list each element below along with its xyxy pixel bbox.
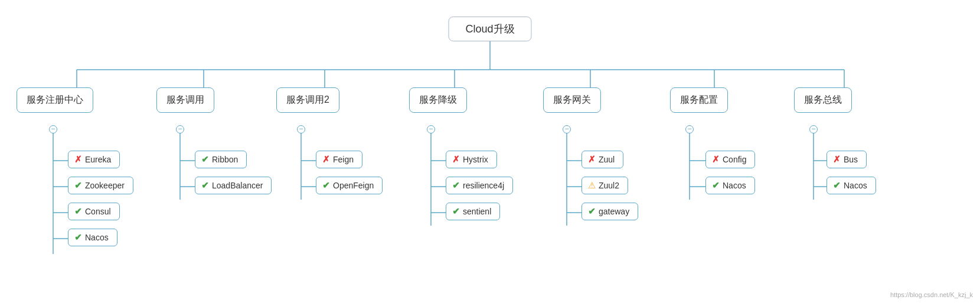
- leaf-loadbalancer: ✔ LoadBalancer: [195, 177, 272, 194]
- x-icon: ✗: [74, 154, 82, 165]
- check-icon: ✔: [452, 206, 460, 217]
- category-node-5: 服务网关: [543, 87, 601, 113]
- category-node-2: 服务调用: [156, 87, 214, 113]
- root-label: Cloud升级: [465, 23, 514, 35]
- leaf-zuul: ✗ Zuul: [582, 151, 623, 168]
- leaf-consul: ✔ Consul: [68, 203, 120, 220]
- cat5-label: 服务网关: [553, 95, 591, 105]
- check-icon: ✔: [833, 180, 841, 191]
- check-icon: ✔: [74, 180, 82, 191]
- leaf-feign: ✗ Feign: [316, 151, 362, 168]
- watermark: https://blog.csdn.net/K_kzj_k: [890, 291, 973, 298]
- leaf-zuul2: ⚠ Zuul2: [582, 177, 628, 194]
- check-icon: ✔: [712, 180, 720, 191]
- diagram-container: Cloud升级 服务注册中心 − ✗ Eureka ✔ Zookeeper ✔ …: [0, 0, 980, 303]
- cat6-label: 服务配置: [680, 95, 718, 105]
- check-icon: ✔: [74, 232, 82, 243]
- leaf-eureka: ✗ Eureka: [68, 151, 120, 168]
- x-icon: ✗: [833, 154, 841, 165]
- check-icon: ✔: [322, 180, 330, 191]
- category-node-3: 服务调用2: [276, 87, 339, 113]
- x-icon: ✗: [712, 154, 720, 165]
- leaf-ribbon: ✔ Ribbon: [195, 151, 247, 168]
- check-icon: ✔: [452, 180, 460, 191]
- check-icon: ✔: [201, 180, 209, 191]
- category-node-6: 服务配置: [670, 87, 728, 113]
- leaf-nacos-1: ✔ Nacos: [68, 229, 117, 246]
- leaf-gateway: ✔ gateway: [582, 203, 638, 220]
- cat1-collapse-btn[interactable]: −: [49, 125, 57, 133]
- cat3-collapse-btn[interactable]: −: [297, 125, 305, 133]
- leaf-sentienl: ✔ sentienl: [446, 203, 500, 220]
- leaf-config: ✗ Config: [705, 151, 755, 168]
- leaf-zookeeper: ✔ Zookeeper: [68, 177, 133, 194]
- check-icon: ✔: [588, 206, 596, 217]
- cat4-label: 服务降级: [419, 95, 457, 105]
- cat6-collapse-btn[interactable]: −: [685, 125, 694, 133]
- leaf-nacos-6: ✔ Nacos: [705, 177, 755, 194]
- check-icon: ✔: [74, 206, 82, 217]
- cat7-label: 服务总线: [804, 95, 842, 105]
- cat2-collapse-btn[interactable]: −: [176, 125, 184, 133]
- x-icon: ✗: [452, 154, 460, 165]
- leaf-resilience4j: ✔ resilience4j: [446, 177, 513, 194]
- category-node-7: 服务总线: [794, 87, 852, 113]
- cat2-label: 服务调用: [166, 95, 204, 105]
- leaf-bus: ✗ Bus: [827, 151, 867, 168]
- category-node-4: 服务降级: [409, 87, 467, 113]
- check-icon: ✔: [201, 154, 209, 165]
- cat5-collapse-btn[interactable]: −: [563, 125, 571, 133]
- leaf-nacos-7: ✔ Nacos: [827, 177, 876, 194]
- cat7-collapse-btn[interactable]: −: [809, 125, 818, 133]
- cat4-collapse-btn[interactable]: −: [427, 125, 435, 133]
- x-icon: ✗: [588, 154, 596, 165]
- root-node: Cloud升级: [448, 17, 531, 41]
- category-node-1: 服务注册中心: [17, 87, 93, 113]
- x-icon: ✗: [322, 154, 330, 165]
- leaf-openfeign: ✔ OpenFeign: [316, 177, 383, 194]
- warn-icon: ⚠: [588, 180, 596, 191]
- cat3-label: 服务调用2: [286, 95, 329, 105]
- cat1-label: 服务注册中心: [27, 95, 83, 105]
- leaf-hystrix: ✗ Hystrix: [446, 151, 497, 168]
